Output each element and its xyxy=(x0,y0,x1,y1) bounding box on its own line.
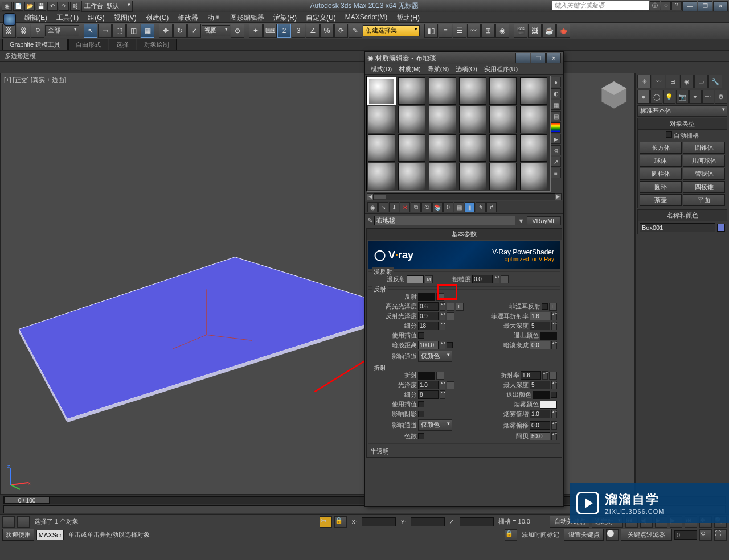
slot-5[interactable] xyxy=(489,77,517,105)
nav-maximize-icon[interactable]: ⛶ xyxy=(714,529,727,541)
select-by-mat-icon[interactable]: ↗ xyxy=(551,157,561,167)
refract-map[interactable] xyxy=(436,372,444,380)
spinner-snap-icon[interactable]: ⟳ xyxy=(334,24,348,38)
slot-22[interactable] xyxy=(459,163,486,190)
menu-rendering[interactable]: 渲染(R) xyxy=(269,12,301,22)
3dsmax-orb-icon[interactable] xyxy=(3,13,16,26)
prim-pyramid[interactable]: 四棱锥 xyxy=(683,181,725,193)
put-to-lib-icon[interactable]: 📚 xyxy=(432,202,443,212)
slot-10[interactable] xyxy=(459,106,486,133)
tab-graphite[interactable]: Graphite 建模工具 xyxy=(2,39,68,50)
geometry-icon[interactable]: ● xyxy=(637,90,650,104)
comm-icon[interactable]: ☆ xyxy=(661,1,671,10)
slot-3[interactable] xyxy=(429,77,456,105)
save-icon[interactable]: 💾 xyxy=(36,2,46,11)
unlink-tool-icon[interactable]: ⛓̸ xyxy=(17,24,30,38)
refcoord-dropdown[interactable]: 视图 xyxy=(202,25,230,36)
lock-icon[interactable]: 🔒 xyxy=(334,516,347,528)
info-icon[interactable]: ⓘ xyxy=(650,1,660,10)
hierarchy-tab-icon[interactable]: ⊞ xyxy=(666,75,679,88)
slot-1[interactable] xyxy=(368,77,395,105)
selection-scope[interactable]: 全部 xyxy=(45,25,79,36)
menu-edit[interactable]: 编辑(E) xyxy=(20,12,52,22)
snap-3d-icon[interactable]: 3 xyxy=(292,24,305,38)
slot-7[interactable] xyxy=(368,106,395,133)
hilight-lock[interactable]: L xyxy=(456,303,464,311)
restore-button[interactable]: ❐ xyxy=(698,1,712,11)
helpers-icon[interactable]: ✦ xyxy=(689,90,702,104)
dimfall-spinner[interactable]: 0.0 xyxy=(530,341,550,349)
rglossy-spinner[interactable]: 0.9 xyxy=(418,312,439,320)
exitcolor2-swatch[interactable] xyxy=(533,391,550,399)
render-setup-icon[interactable]: 🎬 xyxy=(514,24,527,38)
addmarker-label[interactable]: 添加时间标记 xyxy=(519,530,562,539)
affect-dropdown[interactable]: 仅颜色 xyxy=(418,351,452,362)
keyfilter-button[interactable]: 关键点过滤器 xyxy=(621,529,672,541)
manip-icon[interactable]: ✦ xyxy=(249,24,263,38)
show-in-vp-icon[interactable]: ▦ xyxy=(454,202,464,212)
paint-select-icon[interactable]: ▦ xyxy=(141,24,154,38)
prim-geosphere[interactable]: 几何球体 xyxy=(683,155,725,167)
slot-4[interactable] xyxy=(459,77,486,105)
mirror-icon[interactable]: ▮▯ xyxy=(424,24,438,38)
spacewarps-icon[interactable]: 〰 xyxy=(702,90,715,104)
fresnel-ior-spinner[interactable]: 1.6 xyxy=(530,312,550,320)
prim-cone[interactable]: 圆锥体 xyxy=(683,142,725,154)
lights-icon[interactable]: 💡 xyxy=(663,90,675,104)
tab-selection[interactable]: 选择 xyxy=(109,39,136,50)
cameras-icon[interactable]: 📷 xyxy=(676,90,689,104)
help-icon[interactable]: ? xyxy=(671,1,682,10)
prim-sphere[interactable]: 球体 xyxy=(640,155,682,167)
prim-teapot[interactable]: 茶壶 xyxy=(640,194,682,206)
slot-16[interactable] xyxy=(459,134,486,162)
make-copy-icon[interactable]: ⧉ xyxy=(411,202,421,212)
select-region-icon[interactable]: ⬚ xyxy=(112,24,126,38)
maxdepth-spinner[interactable]: 5 xyxy=(530,322,550,330)
link-tool-icon[interactable]: ⛓ xyxy=(2,24,16,38)
make-unique-icon[interactable]: ① xyxy=(421,202,432,212)
subdiv-spinner[interactable]: 18 xyxy=(418,322,439,330)
new-icon[interactable]: 📄 xyxy=(13,2,23,11)
menu-views[interactable]: 视图(V) xyxy=(109,12,141,22)
workspace-dropdown[interactable]: 工作台: 默认 xyxy=(81,1,133,12)
exitcolor-swatch[interactable] xyxy=(540,332,557,340)
scale-tool-icon[interactable]: ⤢ xyxy=(187,24,201,38)
pivot-icon[interactable]: ⊙ xyxy=(231,24,244,38)
pick-icon[interactable]: ✎ xyxy=(367,217,372,224)
slot-21[interactable] xyxy=(429,163,456,190)
prim-cylinder[interactable]: 圆柱体 xyxy=(640,168,682,180)
mat-close-button[interactable]: ✕ xyxy=(546,53,561,63)
sb-toggle-icon[interactable] xyxy=(2,516,15,528)
background-icon[interactable]: ▦ xyxy=(551,100,561,110)
roughness-map-button[interactable] xyxy=(501,275,509,283)
redo-icon[interactable]: ↷ xyxy=(59,2,69,11)
sb-mini-listener-icon[interactable] xyxy=(17,516,30,528)
x-field[interactable] xyxy=(362,517,396,526)
go-parent-icon[interactable]: ↰ xyxy=(476,202,486,212)
abbe-spinner[interactable]: 50.0 xyxy=(530,432,550,440)
menu-group[interactable]: 组(G) xyxy=(83,12,109,22)
sample-uv-icon[interactable]: ▤ xyxy=(551,111,561,121)
matid-icon[interactable]: 0 xyxy=(443,202,453,212)
basic-params-header[interactable]: 基本参数 xyxy=(367,229,562,240)
affshadow-check[interactable] xyxy=(418,411,424,417)
slot-9[interactable] xyxy=(429,106,456,133)
menu-tools[interactable]: 工具(T) xyxy=(52,12,83,22)
object-type-header[interactable]: 对象类型 xyxy=(638,118,727,130)
key-icon[interactable]: 🗝 xyxy=(320,516,332,528)
setkey-button[interactable]: 设置关键点 xyxy=(564,529,604,541)
go-forward-icon[interactable]: ↱ xyxy=(486,202,497,212)
dimdist-spinner[interactable]: 100.0 xyxy=(418,341,439,349)
render-icon[interactable]: ☕ xyxy=(542,24,556,38)
prim-box[interactable]: 长方体 xyxy=(640,142,682,154)
open-icon[interactable]: 📂 xyxy=(24,2,35,11)
hilight-spinner[interactable]: 0.6 xyxy=(418,302,439,311)
options-icon[interactable]: ⚙ xyxy=(551,145,561,155)
bind-icon[interactable]: ⚲ xyxy=(31,24,44,38)
mat-menu-utils[interactable]: 实用程序(U) xyxy=(481,64,521,74)
put-to-scene-icon[interactable]: ↘ xyxy=(378,202,388,212)
roughness-spinner[interactable]: 0.0 xyxy=(472,275,493,283)
window-crossing-icon[interactable]: ◫ xyxy=(126,24,140,38)
y-field[interactable] xyxy=(411,517,445,526)
slot-2[interactable] xyxy=(398,77,425,105)
